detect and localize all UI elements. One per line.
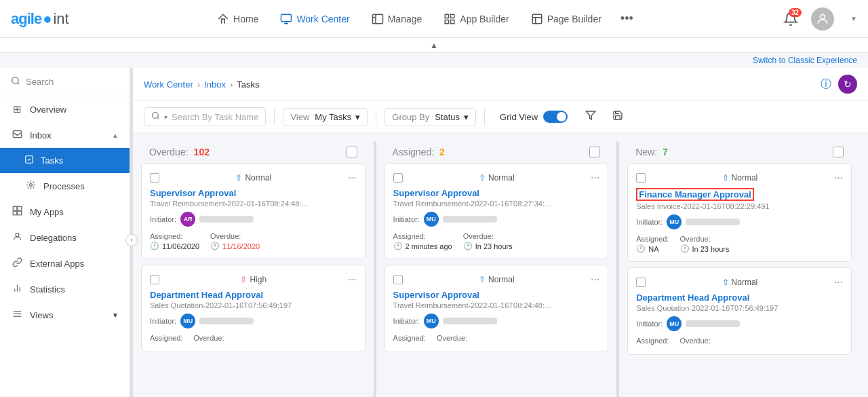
column-checkbox-assigned[interactable] <box>589 147 600 157</box>
nav-item-manage[interactable]: Manage <box>363 9 431 29</box>
collapse-arrow[interactable]: ▲ <box>430 41 438 50</box>
svg-rect-12 <box>13 206 17 210</box>
card-overdue-col-overdue-1: Overdue: <box>193 334 224 343</box>
more-button[interactable]: ••• <box>615 9 639 29</box>
card-title-new-0[interactable]: Finance Manager Approval <box>636 188 754 201</box>
card-more-button-overdue-1[interactable]: ··· <box>347 273 356 286</box>
sidebar-search-label: Search <box>26 77 54 87</box>
priority-label-new-0: Normal <box>732 173 758 183</box>
clock-icon-overdue-assigned-0: 🕐 <box>463 242 473 250</box>
refresh-button[interactable]: ↻ <box>838 75 857 94</box>
svg-rect-2 <box>446 14 449 18</box>
view-chevron-icon: ▾ <box>355 112 360 122</box>
classic-experience-link[interactable]: Switch to Classic Experience <box>753 56 857 65</box>
initiator-name-blur-overdue-0 <box>199 216 254 223</box>
task-search-box[interactable]: ▾ Search By Task Name <box>144 107 266 126</box>
priority-arrow-icon-overdue-1: ⇧ <box>240 275 247 284</box>
breadcrumb-workcenter[interactable]: Work Center <box>144 79 193 90</box>
overdue-label-overdue-1: Overdue: <box>193 334 224 342</box>
views-chevron-icon: ▼ <box>112 311 119 319</box>
sidebar-item-externalapps[interactable]: External Apps <box>0 250 130 276</box>
card-more-button-new-1[interactable]: ··· <box>834 276 843 288</box>
view-button[interactable]: View My Tasks ▾ <box>283 108 368 126</box>
initiator-label-assigned-1: Initiator: <box>393 317 420 325</box>
sidebar-resizer[interactable]: ‹ <box>130 68 133 397</box>
card-dates-row-new-0: Assigned:🕐NAOverdue:🕐In 23 hours <box>636 235 843 253</box>
card-title-overdue-0[interactable]: Supervisor Approval <box>150 188 357 198</box>
priority-label-assigned-0: Normal <box>488 173 515 183</box>
breadcrumb-row: Work Center › Inbox › Tasks ⓘ ↻ <box>133 68 868 101</box>
sidebar-search[interactable]: Search <box>0 68 130 96</box>
filter-button[interactable] <box>580 107 601 127</box>
priority-label-new-1: Normal <box>732 278 758 287</box>
column-header-overdue: Overdue:102 <box>141 141 366 163</box>
card-more-button-overdue-0[interactable]: ··· <box>347 172 356 184</box>
nav-right: 32 ▼ <box>778 7 857 31</box>
card-subtitle-overdue-1: Sales Quotation-2022-01-16T07:56:49:197 <box>150 301 357 309</box>
card-title-assigned-1[interactable]: Supervisor Approval <box>393 290 600 300</box>
sidebar: Search ⊞ Overview Inbox ▲ Tasks Processe… <box>0 68 130 397</box>
initiator-label-overdue-1: Initiator: <box>150 317 176 325</box>
priority-arrow-icon-overdue-0: ⇧ <box>235 173 242 183</box>
nav-home-label: Home <box>233 14 258 24</box>
card-checkbox-new-0[interactable] <box>636 173 646 183</box>
nav-appbuilder-label: App Builder <box>460 14 509 24</box>
initiator-row-overdue-1: Initiator:MU <box>150 314 357 328</box>
card-assigned-col-new-0: Assigned:🕐NA <box>636 235 669 253</box>
column-header-new: New:7 <box>627 141 852 163</box>
column-title-row-overdue: Overdue:102 <box>149 147 210 157</box>
card-checkbox-new-1[interactable] <box>636 278 646 287</box>
column-checkbox-new[interactable] <box>833 147 844 157</box>
app-layout: Search ⊞ Overview Inbox ▲ Tasks Processe… <box>0 68 868 397</box>
nav-item-home[interactable]: Home <box>209 9 267 29</box>
clock-icon-assigned-new-0: 🕐 <box>636 244 646 253</box>
sidebar-item-inbox[interactable]: Inbox ▲ <box>0 122 130 148</box>
nav-item-pagebuilder[interactable]: Page Builder <box>523 9 610 29</box>
column-checkbox-overdue[interactable] <box>347 147 357 157</box>
card-title-new-1[interactable]: Department Head Approval <box>636 292 843 303</box>
card-checkbox-overdue-0[interactable] <box>150 173 159 183</box>
sidebar-item-views[interactable]: Views ▼ <box>0 302 130 328</box>
card-title-assigned-0[interactable]: Supervisor Approval <box>393 188 600 198</box>
tasks-icon <box>24 155 34 166</box>
group-by-button[interactable]: Group By Status ▾ <box>384 108 476 126</box>
grid-view-switch[interactable] <box>543 111 568 123</box>
sidebar-item-label-inbox: Inbox <box>30 130 52 140</box>
delegations-icon <box>11 231 23 244</box>
overdue-label-new-1: Overdue: <box>680 337 711 345</box>
sidebar-item-processes[interactable]: Processes <box>0 173 130 199</box>
card-assigned-col-overdue-0: Assigned:🕐11/06/2020 <box>150 232 199 250</box>
priority-arrow-icon-assigned-1: ⇧ <box>479 275 486 284</box>
priority-arrow-icon-assigned-0: ⇧ <box>479 173 486 183</box>
card-checkbox-overdue-1[interactable] <box>150 275 159 284</box>
resizer-button[interactable]: ‹ <box>125 234 138 246</box>
initiator-row-assigned-1: Initiator:MU <box>393 314 600 328</box>
sidebar-item-delegations[interactable]: Delegations <box>0 225 130 250</box>
collapse-bar: ▲ <box>0 38 868 53</box>
sidebar-item-overview[interactable]: ⊞ Overview <box>0 96 130 122</box>
column-status-label-overdue: Overdue: <box>149 147 189 157</box>
svg-rect-13 <box>18 206 22 210</box>
user-menu-chevron[interactable]: ▼ <box>850 15 857 22</box>
svg-point-8 <box>12 77 18 83</box>
card-more-button-assigned-0[interactable]: ··· <box>591 172 599 184</box>
sidebar-item-tasks[interactable]: Tasks <box>0 148 130 173</box>
card-subtitle-new-1: Sales Quotation-2022-01-16T07:56:49:197 <box>636 304 843 312</box>
toolbar-separator-2 <box>376 109 376 125</box>
save-button[interactable] <box>607 107 629 127</box>
card-title-overdue-1[interactable]: Department Head Approval <box>150 290 357 300</box>
sidebar-item-myapps[interactable]: My Apps <box>0 199 130 225</box>
card-checkbox-assigned-0[interactable] <box>393 173 403 183</box>
notification-button[interactable]: 32 <box>778 7 803 31</box>
card-more-button-new-0[interactable]: ··· <box>834 172 843 184</box>
card-checkbox-assigned-1[interactable] <box>393 275 403 284</box>
card-more-button-assigned-1[interactable]: ··· <box>591 273 599 286</box>
card-assigned-0: ⇧Normal···Supervisor ApprovalTravel Reim… <box>384 163 609 259</box>
nav-item-workcenter[interactable]: Work Center <box>272 9 357 29</box>
sidebar-item-statistics[interactable]: Statistics <box>0 276 130 302</box>
nav-item-appbuilder[interactable]: App Builder <box>435 9 517 29</box>
sidebar-item-label-myapps: My Apps <box>30 207 64 217</box>
breadcrumb-inbox[interactable]: Inbox <box>204 79 226 90</box>
clock-icon-assigned-assigned-0: 🕐 <box>393 242 403 250</box>
info-icon[interactable]: ⓘ <box>821 77 831 92</box>
